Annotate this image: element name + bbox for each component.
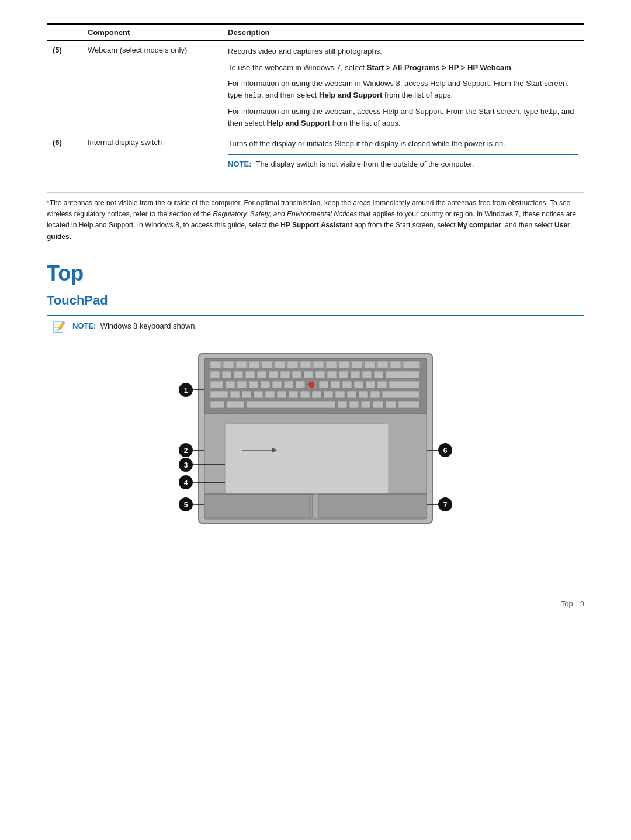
- svg-rect-18: [403, 361, 419, 368]
- svg-text:1: 1: [184, 386, 188, 395]
- footnote: *The antennas are not visible from the o…: [47, 192, 584, 247]
- svg-rect-39: [261, 381, 270, 388]
- svg-rect-23: [257, 371, 266, 378]
- svg-rect-79: [204, 494, 313, 517]
- svg-rect-55: [254, 391, 263, 398]
- desc-6-2: NOTE: The display switch is not visible …: [228, 158, 578, 170]
- svg-rect-22: [245, 371, 255, 378]
- svg-rect-3: [210, 361, 221, 368]
- svg-rect-67: [210, 401, 224, 408]
- note-callout: 📝 NOTE: Windows 8 keyboard shown.: [47, 315, 584, 338]
- row-component-5: Webcam (select models only): [82, 41, 222, 134]
- desc-6-1: Turns off the display or initiates Sleep…: [228, 138, 578, 150]
- desc-5-3: For information on using the webcam in W…: [228, 78, 578, 101]
- svg-rect-80: [318, 494, 427, 517]
- section-top-heading: Top: [47, 261, 584, 286]
- svg-rect-28: [316, 371, 325, 378]
- note-callout-body: Windows 8 keyboard shown.: [100, 322, 197, 330]
- footer-page: 9: [580, 599, 584, 608]
- svg-rect-75: [398, 401, 419, 408]
- svg-rect-56: [265, 391, 275, 398]
- svg-rect-64: [359, 391, 368, 398]
- svg-rect-16: [377, 361, 388, 368]
- svg-rect-12: [326, 361, 337, 368]
- svg-rect-63: [347, 391, 356, 398]
- svg-rect-4: [223, 361, 234, 368]
- svg-rect-70: [338, 401, 347, 408]
- svg-rect-38: [249, 381, 258, 388]
- svg-rect-45: [319, 381, 328, 388]
- row-num-5: (5): [47, 41, 82, 134]
- svg-rect-30: [339, 371, 348, 378]
- note-icon: 📝: [53, 320, 65, 333]
- desc-5-1: Records video and captures still photogr…: [228, 46, 578, 57]
- svg-rect-60: [312, 391, 321, 398]
- svg-rect-51: [389, 381, 419, 388]
- page-footer: Top 9: [47, 599, 584, 608]
- desc-5-4: For information on using the webcam, acc…: [228, 106, 578, 129]
- row-desc-6: Turns off the display or initiates Sleep…: [222, 133, 584, 178]
- svg-rect-5: [236, 361, 247, 368]
- svg-rect-40: [272, 381, 282, 388]
- svg-rect-15: [365, 361, 375, 368]
- touchpad-diagram: 1 2 3 4 5 6 7: [47, 348, 584, 564]
- diagram-svg: 1 2 3 4 5 6 7: [158, 348, 473, 564]
- svg-text:6: 6: [443, 447, 448, 455]
- row-num-6: (6): [47, 133, 82, 178]
- note-box-6: NOTE: The display switch is not visible …: [228, 154, 578, 174]
- svg-rect-66: [382, 391, 419, 398]
- svg-rect-9: [287, 361, 298, 368]
- svg-rect-58: [289, 391, 298, 398]
- note-callout-text: NOTE: Windows 8 keyboard shown.: [72, 320, 197, 332]
- svg-rect-17: [390, 361, 401, 368]
- svg-rect-20: [222, 371, 231, 378]
- svg-rect-6: [249, 361, 259, 368]
- col-desc-header: Description: [222, 24, 584, 41]
- desc-5-2: To use the webcam in Windows 7, select S…: [228, 62, 578, 74]
- svg-rect-37: [237, 381, 247, 388]
- svg-rect-10: [300, 361, 311, 368]
- svg-rect-31: [351, 371, 360, 378]
- svg-rect-72: [361, 401, 370, 408]
- svg-rect-24: [269, 371, 278, 378]
- svg-text:4: 4: [184, 479, 188, 487]
- svg-rect-61: [324, 391, 333, 398]
- svg-rect-25: [280, 371, 290, 378]
- svg-rect-32: [362, 371, 372, 378]
- svg-text:3: 3: [184, 461, 188, 469]
- svg-rect-42: [296, 381, 305, 388]
- svg-rect-71: [349, 401, 359, 408]
- col-num-header: [47, 24, 82, 41]
- svg-rect-74: [386, 401, 396, 408]
- svg-rect-7: [262, 361, 272, 368]
- svg-rect-50: [377, 381, 387, 388]
- svg-rect-49: [366, 381, 375, 388]
- svg-rect-8: [275, 361, 285, 368]
- svg-rect-34: [386, 371, 419, 378]
- svg-rect-69: [247, 401, 335, 408]
- note-callout-label: NOTE:: [72, 322, 96, 330]
- table-row: (6) Internal display switch Turns off th…: [47, 133, 584, 178]
- svg-text:5: 5: [184, 501, 188, 509]
- svg-rect-41: [284, 381, 293, 388]
- row-component-6: Internal display switch: [82, 133, 222, 178]
- page-content: Component Description (5) Webcam (select…: [0, 0, 631, 643]
- svg-rect-21: [234, 371, 243, 378]
- svg-rect-47: [342, 381, 352, 388]
- svg-rect-14: [352, 361, 362, 368]
- svg-rect-33: [374, 371, 383, 378]
- section-touchpad-heading: TouchPad: [47, 293, 584, 308]
- svg-rect-53: [230, 391, 240, 398]
- svg-rect-78: [225, 424, 389, 494]
- row-desc-5: Records video and captures still photogr…: [222, 41, 584, 134]
- footer-text: Top: [561, 599, 573, 608]
- svg-rect-36: [226, 381, 235, 388]
- svg-rect-62: [335, 391, 345, 398]
- svg-rect-65: [370, 391, 380, 398]
- svg-rect-13: [339, 361, 349, 368]
- svg-rect-54: [242, 391, 251, 398]
- svg-rect-68: [227, 401, 244, 408]
- svg-rect-73: [373, 401, 383, 408]
- svg-rect-52: [210, 391, 228, 398]
- svg-rect-46: [331, 381, 340, 388]
